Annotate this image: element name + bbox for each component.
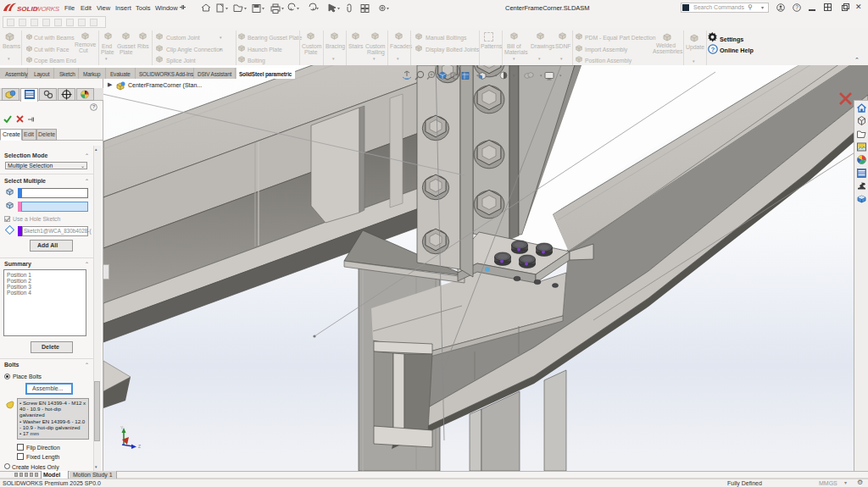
svg-text:Z: Z bbox=[138, 444, 141, 449]
svg-text:ORKS: ORKS bbox=[42, 5, 60, 13]
svg-text:?: ? bbox=[711, 46, 715, 53]
svg-text:?: ? bbox=[795, 4, 798, 10]
svg-text:?: ? bbox=[92, 104, 96, 109]
